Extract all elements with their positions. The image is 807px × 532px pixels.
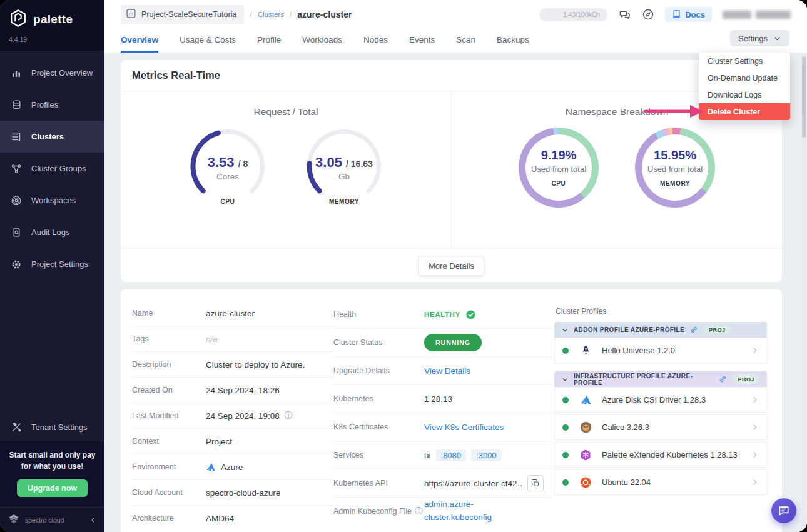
calico-icon [578, 420, 593, 435]
brand-name: spectro cloud [25, 516, 64, 524]
tab-backups[interactable]: Backups [497, 29, 529, 53]
cluster-profiles-column: Cluster Profiles ADDON PROFILE AZURE-PRO… [554, 301, 767, 532]
info-icon[interactable]: ⓘ [415, 506, 423, 517]
view-details-link[interactable]: View Details [424, 366, 470, 376]
tab-workloads[interactable]: Workloads [302, 29, 342, 53]
request-total-title: Request / Total [121, 106, 451, 118]
pack-row-ubuntu-22-04[interactable]: Ubuntu 22.04 [554, 469, 767, 495]
sidebar-collapse-icon[interactable] [89, 516, 97, 524]
detail-value-architecture: AMD64 [206, 514, 234, 523]
scrollbar-thumb[interactable] [802, 56, 806, 138]
kubeconfig-file-link[interactable]: admin.azure-cluster.kubeconfig [424, 498, 519, 524]
status-value-k8s-certificates: View K8s Certificates [424, 423, 504, 432]
detail-label: Name [132, 309, 206, 318]
pack-row-palette-extended-kubernetes-1-28-13[interactable]: Palette eXtended Kubernetes 1.28.13 [554, 442, 767, 468]
breadcrumb-separator: / [250, 10, 251, 19]
sidebar-item-project-overview[interactable]: Project Overview [0, 57, 104, 89]
cluster-details-column: Nameazure-clusterTagsn/aDescriptionClust… [132, 301, 333, 532]
doc-search-icon [10, 226, 23, 239]
tab-usage-costs[interactable]: Usage & Costs [180, 29, 236, 53]
sidebar-item-audit-logs[interactable]: Audit Logs [0, 216, 104, 248]
upgrade-now-button[interactable]: Upgrade now [17, 479, 88, 497]
status-label: Kubernetes [333, 394, 424, 403]
menu-item-download-logs[interactable]: Download Logs [699, 86, 790, 103]
tab-scan[interactable]: Scan [456, 29, 475, 53]
sidebar-item-tenant-settings[interactable]: Tenant Settings [0, 413, 104, 441]
detail-row-description: DescriptionCluster to deploy to Azure. [132, 352, 333, 378]
gauge-center: 3.53 / 8Cores [189, 128, 266, 205]
settings-button[interactable]: Settings [730, 30, 789, 46]
tab-nodes[interactable]: Nodes [363, 29, 388, 53]
sidebar-item-workspaces[interactable]: Workspaces [0, 184, 104, 216]
feedback-chat-button[interactable] [771, 498, 796, 523]
tab-events[interactable]: Events [409, 29, 435, 53]
scope-badge: PROJ [733, 374, 759, 384]
ubuntu-icon [578, 475, 593, 490]
sidebar-item-project-settings[interactable]: Project Settings [0, 248, 104, 280]
tab-profile[interactable]: Profile [257, 29, 281, 53]
docs-label: Docs [685, 10, 705, 19]
status-label: Cluster Status [333, 338, 424, 347]
gear-icon [10, 258, 23, 271]
detail-value-created-on: 24 Sep 2024, 18:26 [206, 386, 280, 395]
detail-label: Last Modified [132, 411, 206, 420]
menu-item-delete-cluster[interactable]: Delete Cluster [699, 103, 790, 120]
breadcrumb-clusters-link[interactable]: Clusters [258, 11, 284, 18]
tab-bar: OverviewUsage & CostsProfileWorkloadsNod… [104, 29, 807, 53]
help-compass-icon[interactable] [642, 8, 654, 21]
profile-group-header[interactable]: ADDON PROFILE AZURE-PROFILEPROJ [554, 322, 767, 338]
gauge-value: 3.53 / 8 [208, 154, 248, 171]
status-value-kubernetes-api: https://azure-cluster-cf42… [424, 475, 544, 491]
status-value-cluster-status: RUNNING [424, 334, 482, 351]
kubernetes-api-url: https://azure-cluster-cf42… [424, 479, 522, 488]
chevron-down-icon [562, 376, 568, 383]
tab-overview[interactable]: Overview [121, 29, 158, 53]
donut-center: 9.19%Used from totalCPU [525, 134, 592, 201]
sidebar-item-label: Audit Logs [31, 228, 69, 237]
status-row-kubernetes-api: Kubernetes APIhttps://azure-cluster-cf42… [333, 469, 552, 498]
breadcrumb-separator: / [290, 10, 292, 19]
status-label: Admin Kubeconfig Fileⓘ [333, 506, 424, 517]
menu-item-cluster-settings[interactable]: Cluster Settings [699, 53, 790, 69]
detail-value-description: Cluster to deploy to Azure. [206, 360, 305, 369]
profile-group-header[interactable]: INFRASTRUCTURE PROFILE AZURE-PROFILEPROJ [554, 371, 767, 387]
rocket-icon [578, 343, 593, 358]
copy-button[interactable] [527, 475, 544, 491]
donut-center: 15.95%Used from totalMEMORY [642, 134, 708, 201]
status-row-admin-kubeconfig-file: Admin Kubeconfig Fileⓘadmin.azure-cluste… [333, 498, 552, 525]
docs-button[interactable]: Docs [665, 7, 712, 22]
detail-label: Description [132, 360, 206, 369]
chevron-right-icon [751, 396, 759, 404]
more-details-button[interactable]: More Details [419, 256, 484, 276]
topbar: Project-ScaleSecureTutoria / Clusters / … [104, 0, 807, 29]
service-port-link[interactable]: :3000 [471, 449, 502, 461]
pack-row-azure-disk-csi-driver-1-28-3[interactable]: Azure Disk CSI Driver 1.28.3 [554, 387, 767, 413]
view-k8s-certificates-link[interactable]: View K8s Certificates [424, 423, 504, 432]
page-content: Metrics Real-Time Incl Request / Total 3… [104, 53, 807, 532]
palette-logo-icon [9, 9, 28, 30]
detail-row-environment: EnvironmentAzure [132, 454, 333, 480]
service-port-link[interactable]: :8080 [436, 449, 467, 461]
chevron-right-icon [751, 423, 759, 431]
settings-button-label: Settings [738, 34, 768, 43]
project-selector[interactable]: Project-ScaleSecureTutoria [121, 5, 244, 24]
sidebar-item-cluster-groups[interactable]: Cluster Groups [0, 153, 104, 184]
cluster-info-card: Nameazure-clusterTagsn/aDescriptionClust… [121, 289, 782, 532]
sidebar-item-profiles[interactable]: Profiles [0, 89, 104, 121]
sidebar-item-label: Tenant Settings [31, 423, 88, 432]
gauge-center: 3.05 / 16.63Gb [305, 128, 383, 205]
status-value-services: ui:8080:3000 [424, 449, 502, 461]
pack-row-calico-3-26-3[interactable]: Calico 3.26.3 [554, 414, 767, 440]
pack-row-hello-universe-1-2-0[interactable]: Hello Universe 1.2.0 [554, 338, 767, 363]
app-version: 4.4.19 [9, 36, 96, 43]
pack-name: Palette eXtended Kubernetes 1.28.13 [602, 450, 738, 459]
info-icon[interactable]: ⓘ [285, 410, 293, 421]
menu-item-on-demand-update[interactable]: On-Demand Update [699, 69, 790, 86]
app-title: palette [33, 13, 73, 26]
promo-text: Start small and only pay for what you us… [6, 449, 98, 472]
namespace-donut-memory: 15.95%Used from totalMEMORY [635, 128, 715, 208]
main-area: Project-ScaleSecureTutoria / Clusters / … [104, 0, 807, 532]
sidebar: palette 4.4.19 Project OverviewProfilesC… [0, 0, 104, 532]
sidebar-item-clusters[interactable]: Clusters [0, 121, 104, 153]
chat-icon[interactable] [618, 9, 631, 21]
